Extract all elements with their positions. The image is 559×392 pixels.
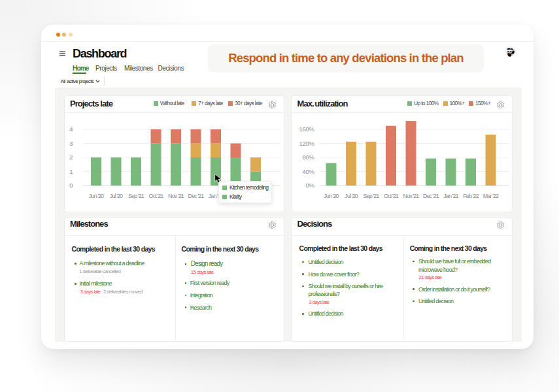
svg-text:160%: 160% [299, 125, 314, 133]
svg-text:3: 3 [69, 140, 73, 147]
svg-text:Jan '21: Jan '21 [443, 193, 458, 199]
svg-text:120%: 120% [299, 140, 314, 147]
svg-text:Dec '21: Dec '21 [423, 193, 439, 199]
svg-text:Mar '22: Mar '22 [483, 193, 498, 199]
svg-text:40%: 40% [302, 168, 314, 175]
svg-text:Sep '21: Sep '21 [363, 193, 379, 199]
svg-text:Jul '20: Jul '20 [345, 193, 358, 199]
svg-text:0: 0 [69, 182, 73, 189]
svg-text:Jul '20: Jul '20 [110, 193, 123, 199]
svg-text:4: 4 [69, 125, 73, 133]
svg-text:2: 2 [69, 154, 73, 161]
svg-text:Feb '22: Feb '22 [463, 193, 479, 199]
svg-text:Jun '20: Jun '20 [89, 193, 104, 199]
svg-text:Sep '21: Sep '21 [128, 193, 144, 199]
svg-text:Nov '21: Nov '21 [403, 193, 419, 199]
svg-text:Dec '21: Dec '21 [188, 193, 205, 199]
svg-text:Oct '21: Oct '21 [149, 193, 164, 199]
svg-text:0%: 0% [305, 182, 314, 189]
svg-text:80%: 80% [302, 154, 314, 161]
svg-text:Oct '21: Oct '21 [384, 193, 399, 199]
svg-text:1: 1 [69, 168, 73, 175]
svg-text:Nov '21: Nov '21 [168, 193, 184, 199]
svg-text:Jun '20: Jun '20 [324, 193, 339, 199]
